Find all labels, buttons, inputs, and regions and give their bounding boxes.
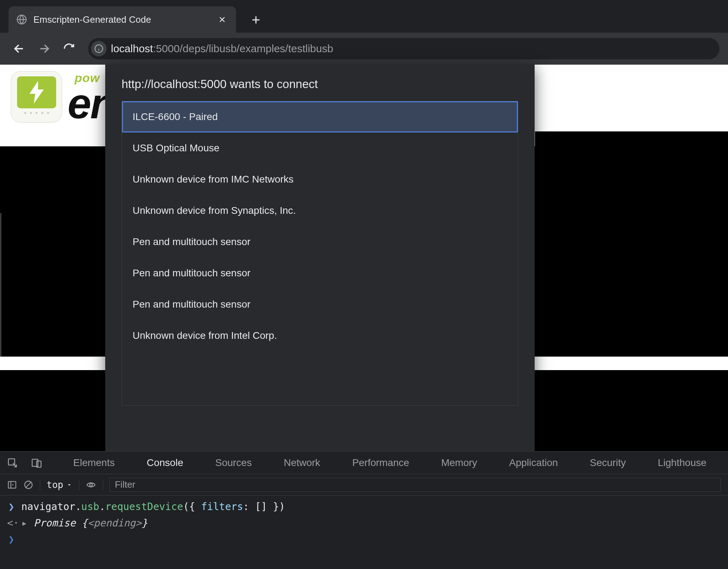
svg-rect-5 (32, 459, 38, 466)
inspect-icon[interactable] (7, 456, 18, 470)
tab-title: Emscripten-Generated Code (33, 14, 211, 25)
device-item[interactable]: Pen and multitouch sensor (122, 289, 518, 320)
console-input-row: ❯ navigator.usb.requestDevice({ filters:… (0, 498, 728, 515)
device-item[interactable]: ILCE-6600 - Paired (122, 101, 518, 132)
devtools-tab-lighthouse[interactable]: Lighthouse (658, 457, 706, 468)
reload-button[interactable] (58, 38, 80, 59)
dialog-title: http://localhost:5000 wants to connect (122, 77, 518, 91)
back-button[interactable] (9, 38, 30, 59)
device-list[interactable]: ILCE-6600 - PairedUSB Optical MouseUnkno… (122, 101, 518, 406)
devtools-tab-performance[interactable]: Performance (352, 457, 409, 468)
console-output-row[interactable]: <· ▸ Promise {<pending>} (0, 515, 728, 531)
emscripten-logo (11, 71, 62, 123)
new-tab-button[interactable] (246, 10, 266, 30)
execution-context-dropdown[interactable]: top (47, 479, 73, 490)
devtools-tab-sources[interactable]: Sources (215, 457, 252, 468)
bolt-icon (17, 76, 56, 108)
disclosure-icon[interactable]: ▸ (21, 517, 27, 529)
live-expression-icon[interactable] (86, 479, 96, 490)
globe-icon (16, 14, 27, 25)
browser-tab[interactable]: Emscripten-Generated Code (9, 6, 236, 33)
page-viewport: pow en http://localhost:5000 wants to co… (0, 65, 728, 569)
close-icon[interactable] (218, 15, 227, 24)
devtools-panel: ElementsConsoleSourcesNetworkPerformance… (0, 451, 728, 569)
devtools-tab-memory[interactable]: Memory (441, 457, 477, 468)
clear-console-icon[interactable] (23, 480, 33, 490)
url-text: localhost:5000/deps/libusb/examples/test… (111, 43, 333, 55)
address-bar[interactable]: localhost:5000/deps/libusb/examples/test… (88, 38, 719, 59)
device-item[interactable]: Unknown device from Intel Corp. (122, 320, 518, 351)
svg-point-9 (90, 483, 92, 486)
output-status: <pending> (88, 517, 142, 529)
device-item[interactable]: Unknown device from IMC Networks (122, 164, 518, 195)
result-icon: <· (7, 517, 16, 529)
forward-button[interactable] (33, 38, 55, 59)
output-object: Promise (34, 517, 82, 529)
device-item[interactable]: Pen and multitouch sensor (122, 226, 518, 258)
console-input-code: navigator.usb.requestDevice({ filters: [… (21, 501, 285, 513)
prompt-icon: ❯ (7, 501, 16, 513)
devtools-tab-application[interactable]: Application (509, 457, 558, 468)
browser-tabbar: Emscripten-Generated Code (0, 0, 728, 33)
console-sidebar-toggle-icon[interactable] (7, 480, 17, 490)
devtools-tab-security[interactable]: Security (590, 457, 626, 468)
devtools-tab-network[interactable]: Network (284, 457, 320, 468)
console-toolbar: top (0, 474, 728, 495)
devtools-tab-elements[interactable]: Elements (73, 457, 115, 468)
console-output[interactable]: ❯ navigator.usb.requestDevice({ filters:… (0, 495, 728, 569)
device-item[interactable]: Pen and multitouch sensor (122, 258, 518, 289)
device-item[interactable]: Unknown device from Synaptics, Inc. (122, 195, 518, 226)
console-filter-input[interactable] (109, 478, 721, 492)
prompt-icon: ❯ (7, 533, 16, 545)
console-prompt-row[interactable]: ❯ (0, 531, 728, 547)
site-info-icon[interactable] (91, 41, 107, 56)
devtools-tabs: ElementsConsoleSourcesNetworkPerformance… (0, 451, 728, 474)
browser-toolbar: localhost:5000/deps/libusb/examples/test… (0, 33, 728, 65)
device-toolbar-icon[interactable] (31, 456, 42, 470)
device-item[interactable]: USB Optical Mouse (122, 132, 518, 164)
devtools-tab-console[interactable]: Console (147, 457, 183, 468)
